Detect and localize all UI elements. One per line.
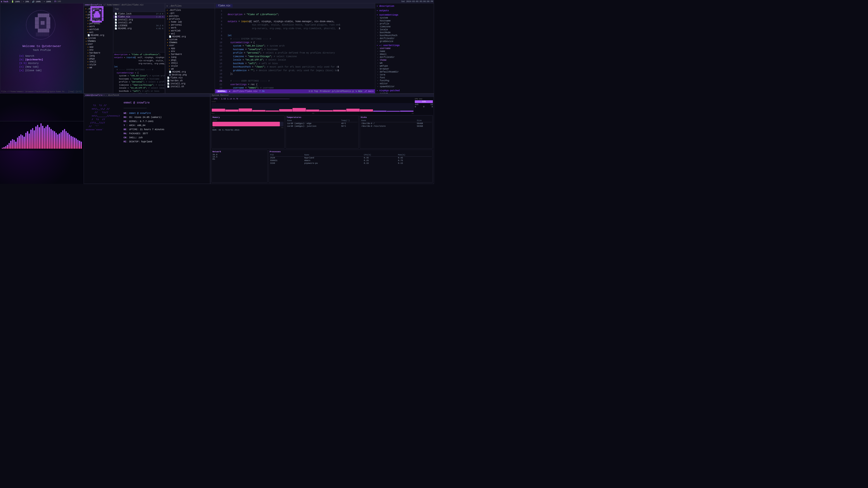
fm-tree-themes[interactable]: ▸ themes bbox=[84, 40, 113, 43]
nvim-tree-themes[interactable]: ▸ themes bbox=[165, 41, 215, 44]
nvim-outline-dotfilesdir1[interactable]: · dotfilesDir bbox=[375, 37, 434, 40]
nvim-tree-wm[interactable]: ▸ wm bbox=[165, 68, 215, 70]
nvim-outline-sys2[interactable]: · system bbox=[375, 92, 434, 93]
fm-tree-homelab[interactable]: ▸ home lab bbox=[84, 19, 113, 22]
folder-icon: ▸ bbox=[169, 53, 170, 56]
nvim-outline-system[interactable]: · system bbox=[375, 17, 434, 20]
fm-tree-dotfiles[interactable]: ▾ .dotfiles bbox=[84, 7, 113, 10]
nvim-outline-fontpkg[interactable]: · fontPkg bbox=[375, 79, 434, 82]
fm-tree-profiles[interactable]: ▾ profiles bbox=[84, 16, 113, 19]
nvim-outline-nixpkgspatched[interactable]: ▾ nixpkgs-patched bbox=[375, 89, 434, 92]
nvim-outline-username[interactable]: · username bbox=[375, 47, 434, 50]
nvim-outline-timezone[interactable]: · timezone bbox=[375, 25, 434, 28]
nvim-outline-wmtype[interactable]: · wmType bbox=[375, 65, 434, 68]
nvim-tree-worklab[interactable]: ▸ worklab bbox=[165, 29, 215, 32]
fm-tree-pkgs[interactable]: ▸ pkgs bbox=[84, 57, 113, 60]
nvim-outline-hostname[interactable]: · hostname bbox=[375, 20, 434, 22]
fm-topbar-tag: emmet@snowfire bbox=[85, 4, 102, 6]
nvim-tree-system[interactable]: ▸ system bbox=[165, 38, 215, 41]
nvim-outline-bootmode[interactable]: · bootMode bbox=[375, 31, 434, 34]
file-icon: 📄 bbox=[167, 79, 169, 82]
nvim-tree-readme[interactable]: 📄 README.org bbox=[165, 35, 215, 38]
nvim-tree-desktoppng[interactable]: 🖼 desktop.png bbox=[165, 73, 215, 76]
nvim-outline-systemsettings[interactable]: ▾ systemSettings bbox=[375, 13, 434, 17]
fm-tree-env[interactable]: ▸ env bbox=[84, 48, 113, 52]
viz-bar bbox=[74, 138, 75, 149]
sysmon-disks-table: Name Size /dev/dm-0 / 504GB /dev/dm-0 /n… bbox=[361, 119, 432, 128]
qute-menu-newtab[interactable]: [t] [New tab] bbox=[19, 65, 64, 69]
nvim-outline-profile[interactable]: · profile bbox=[375, 22, 434, 25]
fm-file-installsh[interactable]: 📄 install.sh bbox=[113, 21, 165, 24]
fm-file-installorg[interactable]: 📄 install.org bbox=[113, 18, 165, 21]
fm-tree-app[interactable]: ▸ app bbox=[84, 46, 113, 48]
nvim-outline-grubdevice[interactable]: · grubDevice bbox=[375, 40, 434, 43]
fm-file-readmeorg[interactable]: 📄 README.org 4.02 K bbox=[113, 27, 165, 30]
nvim-tree-app[interactable]: ▸ app bbox=[165, 47, 215, 50]
fm-tree-hardware[interactable]: ▸ hardware bbox=[84, 52, 113, 55]
nvim-outline-browser[interactable]: · browser bbox=[375, 68, 434, 70]
nvim-outline-editor[interactable]: · editor bbox=[375, 82, 434, 85]
folder-icon: ▸ bbox=[88, 20, 89, 22]
qute-menu-search[interactable]: [o] Search bbox=[19, 54, 64, 58]
file-icon: 📄 bbox=[115, 13, 117, 15]
nvim-tree-env[interactable]: ▸ env bbox=[165, 50, 215, 53]
nvim-outline-spawned[interactable]: · spawnEditor bbox=[375, 85, 434, 88]
nvim-outline-dotfilesdir2[interactable]: · dotfilesDir bbox=[375, 56, 434, 59]
nvim-outline-wm[interactable]: · wm bbox=[375, 62, 434, 65]
nvim-tree-readme2[interactable]: 📄 README.org bbox=[165, 70, 215, 73]
nvim-outline-defaultroamdir[interactable]: · defaultRoamDir bbox=[375, 70, 434, 73]
fm-file-flakenix[interactable]: 📄 flake.nix 2.26 K bbox=[113, 15, 165, 18]
fm-tree-work[interactable]: ▸ work bbox=[84, 25, 113, 28]
nvim-outline-term[interactable]: · term bbox=[375, 73, 434, 76]
nvim-tree-work[interactable]: ▸ work bbox=[165, 26, 215, 29]
nvim-tree-patches[interactable]: ▸ patches bbox=[165, 15, 215, 18]
nvim-tree-hardware[interactable]: ▸ hardware bbox=[165, 53, 215, 56]
nvim-tree-dotfiles[interactable]: ▾ .dotfiles bbox=[165, 9, 215, 12]
qute-menu-quickmarks[interactable]: [b] [Quickmarks] bbox=[19, 58, 64, 61]
nvim-outline-bootmountpath[interactable]: · bootMountPath bbox=[375, 34, 434, 37]
nvim-tree-shell[interactable]: ▸ shell bbox=[165, 62, 215, 65]
folder-icon: ▸ bbox=[169, 24, 170, 26]
nvim-tree-pkgs[interactable]: ▸ pkgs bbox=[165, 59, 215, 62]
nvim-tree-hardensh[interactable]: 📄 harden.sh bbox=[165, 79, 215, 82]
fm-file-flakelock[interactable]: 📄 flake.lock 27.5 K bbox=[113, 12, 165, 15]
viz-bar bbox=[56, 133, 57, 149]
nvim-outline-font[interactable]: · font bbox=[375, 76, 434, 79]
fm-tree-worklab[interactable]: ▸ worklab bbox=[84, 28, 113, 31]
nvim-tree-user[interactable]: ▾ user bbox=[165, 44, 215, 47]
nvim-outline-name[interactable]: · name bbox=[375, 50, 434, 53]
topbar-ws1[interactable]: 2S bbox=[54, 0, 57, 3]
fm-tree-wm[interactable]: ▸ wm bbox=[84, 66, 113, 69]
nvim-tree-style[interactable]: ▸ style bbox=[165, 65, 215, 68]
fm-tree-git[interactable]: ▸ .git bbox=[84, 10, 113, 13]
fm-tree-lang[interactable]: ▸ lang bbox=[84, 55, 113, 57]
nvim-outline-email[interactable]: · email bbox=[375, 53, 434, 56]
fm-tree-patches[interactable]: ▸ patches bbox=[84, 13, 113, 16]
nvim-tree-homelab[interactable]: ▸ home lab bbox=[165, 21, 215, 24]
fm-tree-wsl[interactable]: ▸ wsl bbox=[84, 31, 113, 34]
qute-menu-closetab[interactable]: [x] [Close tab] bbox=[19, 69, 64, 72]
fm-tree-system[interactable]: ▸ system bbox=[84, 37, 113, 40]
nvim-tree-lang[interactable]: ▸ lang bbox=[165, 56, 215, 59]
nvim-outline-locale[interactable]: · locale bbox=[375, 28, 434, 31]
topbar-ws2[interactable]: 10S bbox=[57, 0, 61, 3]
file-icon: 📄 bbox=[167, 76, 169, 79]
nvim-tree-flakenix[interactable]: 📄 flake.nix bbox=[165, 76, 215, 79]
fm-tree-shell[interactable]: ▸ shell bbox=[84, 60, 113, 63]
nvim-tree-git[interactable]: ▸ .git bbox=[165, 12, 215, 15]
nvim-tree-profiles[interactable]: ▾ profiles bbox=[165, 18, 215, 21]
fm-tree-readme1[interactable]: 📄 README.org bbox=[84, 34, 113, 37]
nvim-tree-installsh[interactable]: 📄 install.sh bbox=[165, 85, 215, 88]
nvim-tree-installorg[interactable]: 📄 install.org bbox=[165, 82, 215, 85]
nvim-tree-personal[interactable]: ▸ personal bbox=[165, 24, 215, 26]
nvim-outline-theme[interactable]: · theme bbox=[375, 59, 434, 62]
fm-tree-personal[interactable]: ▸ personal bbox=[84, 22, 113, 25]
fm-file-license[interactable]: 📄 LICENSE 34.2 K bbox=[113, 24, 165, 27]
nvim-tab-flakenix[interactable]: flake.nix bbox=[216, 4, 232, 7]
fm-tree-style[interactable]: ▸ style bbox=[84, 63, 113, 66]
qute-menu-history[interactable]: [S h] History bbox=[19, 61, 64, 65]
fm-tree-user[interactable]: ▾ user bbox=[84, 43, 113, 46]
nvim-tree-wsl[interactable]: ▸ wsl bbox=[165, 32, 215, 35]
sysmon-disks-panel: Disks Name Size /dev/dm-0 / 504GB bbox=[360, 115, 433, 149]
nvim-outline-usersettings[interactable]: ▾ ▸□ userSettings bbox=[375, 44, 434, 47]
